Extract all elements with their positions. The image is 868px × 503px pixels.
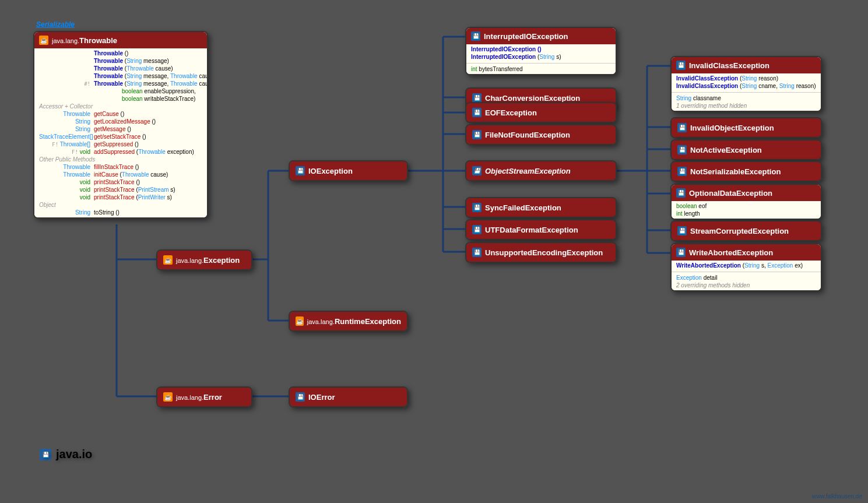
class-syncfailedexception[interactable]: SyncFailedException [465,197,617,218]
disk-icon [677,123,687,132]
disk-icon [677,167,687,176]
disk-icon [472,203,482,212]
class-objectstreamexception[interactable]: ObjectStreamException [465,160,617,181]
class-ioexception[interactable]: IOException [289,160,408,181]
class-notserializableexception[interactable]: NotSerializableException [670,161,822,182]
class-throwable[interactable]: java.lang.Throwable Throwable () Throwab… [33,31,208,219]
class-notactiveexception[interactable]: NotActiveException [670,139,822,160]
class-header-throwable: java.lang.Throwable [34,32,207,48]
class-writeabortedexception[interactable]: WriteAbortedException WriteAbortedExcept… [670,243,822,291]
class-streamcorruptedexception[interactable]: StreamCorruptedException [670,220,822,241]
class-invalidobjectexception[interactable]: InvalidObjectException [670,117,822,138]
disk-icon [676,188,686,198]
disk-icon [677,226,687,235]
credit-link[interactable]: www.falkhausen.de [812,493,862,500]
disk-icon [472,166,482,175]
disk-icon [296,166,305,175]
disk-icon [471,31,480,41]
disk-icon [40,449,51,460]
disk-icon [472,225,482,234]
class-exception[interactable]: java.lang.Exception [156,249,252,270]
cup-icon [296,316,304,326]
disk-icon [472,108,482,117]
class-unsupportedencodingexception[interactable]: UnsupportedEncodingException [465,242,617,263]
disk-icon [296,392,305,402]
cup-icon [163,392,173,402]
class-invalidclassexception[interactable]: InvalidClassException InvalidClassExcept… [670,56,822,112]
class-runtimeexception[interactable]: java.lang.RuntimeException [289,311,408,332]
disk-icon [677,145,687,154]
disk-icon [472,248,482,257]
cup-icon [163,255,173,265]
class-body-throwable: Throwable () Throwable (String message) … [34,48,207,217]
disk-icon [472,130,482,139]
class-error[interactable]: java.lang.Error [156,386,252,407]
package-label: java.io [40,448,92,461]
disk-icon [676,248,686,257]
cup-icon [39,36,48,45]
class-utfdataformatexception[interactable]: UTFDataFormatException [465,219,617,240]
disk-icon [676,61,686,70]
class-optionaldataexception[interactable]: OptionalDataException boolean eof int le… [670,184,822,220]
disk-icon [472,93,482,103]
class-ioerror[interactable]: IOError [289,386,408,407]
class-interruptedioexception[interactable]: InterruptedIOException InterruptedIOExce… [465,27,617,75]
interface-serializable[interactable]: Serializable [36,20,75,29]
class-eofexception[interactable]: EOFException [465,102,617,123]
class-filenotfoundexception[interactable]: FileNotFoundException [465,124,617,145]
